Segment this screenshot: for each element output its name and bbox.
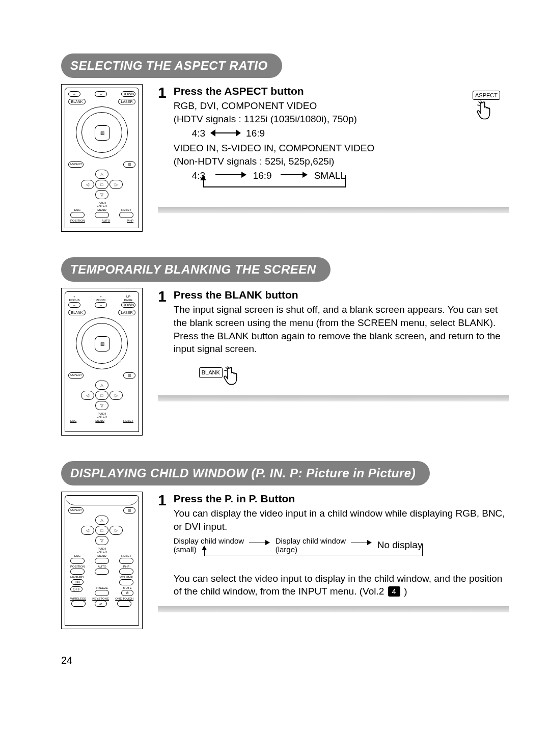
heading-aspect: SELECTING THE ASPECT RATIO	[61, 53, 282, 78]
section-aspect-ratio: SELECTING THE ASPECT RATIO – – DOWN BLAN…	[61, 53, 509, 232]
remote-diagram-aspect: – – DOWN BLANK LASER ▥ ASPECT ▥	[61, 84, 143, 232]
remote-diagram-blank: +FOCUS– +ZOOM– UPPAGEDOWN BLANK LASER ▥ …	[61, 288, 143, 436]
remote-wheel: ▥	[76, 106, 128, 158]
step-title-blank: Press the BLANK button	[174, 288, 509, 302]
page-number: 24	[61, 655, 509, 666]
text-line: (HDTV signals : 1125i (1035i/1080i), 750…	[174, 113, 509, 126]
aspect-loop-diagram: 4:3 16:9 SMALL	[192, 169, 509, 196]
heading-blank: TEMPORARILY BLANKING THE SCREEN	[61, 257, 331, 282]
vol2-page-badge: 4	[388, 586, 400, 597]
arrow-up-icon	[202, 546, 207, 550]
step-number: 1	[158, 289, 167, 304]
step-title-aspect: Press the ASPECT button	[174, 84, 509, 98]
text-line: RGB, DVI, COMPONENT VIDEO	[174, 99, 509, 113]
remote-key: DOWN	[121, 91, 135, 97]
arrow-right-icon	[215, 174, 246, 175]
step-number: 1	[158, 493, 167, 508]
section-blank-screen: TEMPORARILY BLANKING THE SCREEN +FOCUS– …	[61, 257, 509, 436]
section-divider	[158, 207, 509, 213]
text-line: (Non-HDTV signals : 525i, 525p,625i)	[174, 155, 509, 168]
step-title-pinp: Press the P. in P. Button	[174, 492, 509, 506]
step-number: 1	[158, 85, 167, 100]
remote-key: –	[68, 91, 80, 97]
step-body-text: The input signal screen is shut off, and…	[174, 303, 509, 356]
arrow-up-icon	[200, 175, 206, 180]
press-aspect-illustration: ASPECT	[463, 90, 509, 122]
arrow-right-icon	[249, 543, 269, 544]
remote-key: ▥	[123, 161, 135, 168]
remote-aspect-key: ASPECT	[68, 161, 84, 168]
double-arrow-icon	[210, 129, 241, 137]
remote-blank-key: BLANK	[68, 310, 86, 315]
remote-blank-key: BLANK	[68, 99, 86, 104]
hand-press-icon	[222, 365, 244, 387]
remote-diagram-pinp: ASPECT ▥ △ ◁□▷ ▽ PUSH ENTER ESC MENU RES…	[61, 492, 143, 629]
arrow-right-icon	[281, 174, 307, 175]
remote-wheel: ▥	[76, 317, 128, 369]
pinp-intro-text: You can display the video input in a chi…	[174, 507, 509, 533]
text-line: VIDEO IN, S-VIDEO IN, COMPONENT VIDEO	[174, 142, 509, 155]
pinp-after-text: You can select the video input to displa…	[174, 572, 509, 598]
arrow-right-icon	[351, 543, 371, 544]
pinp-cycle-diagram: Display child window (small) Display chi…	[174, 536, 509, 567]
remote-laser-key: LASER	[118, 99, 135, 104]
remote-key: –	[95, 91, 107, 97]
remote-push-enter: PUSH ENTER	[68, 201, 135, 207]
remote-laser-key: LASER	[118, 310, 135, 315]
section-pinp: DISPLAYING CHILD WINDOW (P. IN. P: Pictu…	[61, 461, 509, 629]
section-divider	[158, 606, 509, 612]
aspect-toggle-row: 4:3 16:9	[174, 127, 509, 140]
section-divider	[158, 395, 509, 401]
heading-pinp: DISPLAYING CHILD WINDOW (P. IN. P: Pictu…	[61, 461, 430, 485]
hand-press-icon	[475, 99, 498, 122]
remote-dpad: △ ◁□▷ ▽	[79, 170, 125, 199]
press-blank-illustration: BLANK	[199, 365, 509, 387]
